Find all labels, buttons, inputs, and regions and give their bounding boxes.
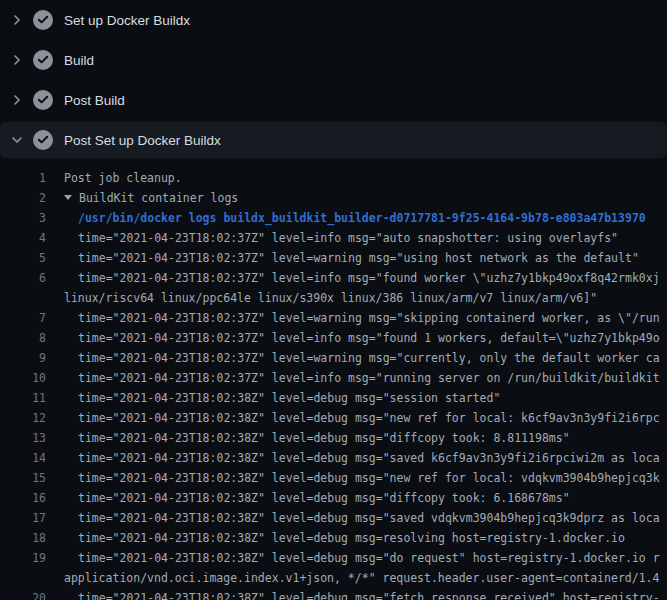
log-line-number[interactable]: 20	[0, 588, 46, 600]
log-line-number[interactable]: 19	[0, 548, 46, 568]
log-line-text: time="2021-04-23T18:02:38Z" level=debug …	[78, 408, 660, 428]
log-line: 12 time="2021-04-23T18:02:38Z" level=deb…	[0, 408, 667, 428]
log-line-text: time="2021-04-23T18:02:38Z" level=debug …	[78, 588, 660, 600]
log-line: 6 time="2021-04-23T18:02:37Z" level=info…	[0, 268, 667, 288]
check-circle-icon	[33, 130, 53, 150]
log-line: 14 time="2021-04-23T18:02:38Z" level=deb…	[0, 448, 667, 468]
log-line-number[interactable]: 7	[0, 308, 46, 328]
log-line: 7 time="2021-04-23T18:02:37Z" level=warn…	[0, 308, 667, 328]
log-line-text: time="2021-04-23T18:02:37Z" level=warnin…	[78, 248, 639, 268]
log-line-number[interactable]: 1	[0, 168, 46, 188]
check-circle-icon	[33, 10, 53, 30]
check-circle-icon	[33, 50, 53, 70]
log-group-header: 2 BuildKit container logs	[0, 188, 667, 208]
log-line: 8 time="2021-04-23T18:02:37Z" level=info…	[0, 328, 667, 348]
log-line-number[interactable]: 14	[0, 448, 46, 468]
log-line-text: time="2021-04-23T18:02:38Z" level=debug …	[78, 388, 500, 408]
log-line: 15 time="2021-04-23T18:02:38Z" level=deb…	[0, 468, 667, 488]
step-label: Set up Docker Buildx	[64, 13, 190, 28]
log-line-number[interactable]: 11	[0, 388, 46, 408]
log-line-text: time="2021-04-23T18:02:37Z" level=info m…	[78, 328, 660, 348]
log-area: 1 Post job cleanup. 2 BuildKit container…	[0, 158, 667, 600]
chevron-right-icon[interactable]	[9, 52, 25, 68]
log-line-text: time="2021-04-23T18:02:38Z" level=debug …	[78, 508, 660, 528]
step-row-post-set-up-docker-buildx[interactable]: Post Set up Docker Buildx	[0, 122, 667, 158]
log-line: 18 time="2021-04-23T18:02:38Z" level=deb…	[0, 528, 667, 548]
group-toggle-caret-icon[interactable]	[64, 195, 72, 200]
log-line-text: Post job cleanup.	[64, 168, 182, 188]
log-line-number[interactable]: 9	[0, 348, 46, 368]
log-line-text: time="2021-04-23T18:02:38Z" level=debug …	[78, 548, 660, 568]
chevron-right-icon[interactable]	[9, 12, 25, 28]
log-line: 10 time="2021-04-23T18:02:37Z" level=inf…	[0, 368, 667, 388]
step-label: Build	[64, 53, 94, 68]
log-line-number[interactable]: 3	[0, 208, 46, 228]
log-line: 4 time="2021-04-23T18:02:37Z" level=info…	[0, 228, 667, 248]
log-line-number[interactable]: 12	[0, 408, 46, 428]
log-line: 13 time="2021-04-23T18:02:38Z" level=deb…	[0, 428, 667, 448]
step-label: Post Set up Docker Buildx	[64, 133, 221, 148]
log-line-text: time="2021-04-23T18:02:37Z" level=warnin…	[78, 348, 660, 368]
log-line-text: time="2021-04-23T18:02:37Z" level=info m…	[78, 368, 660, 388]
step-label: Post Build	[64, 93, 125, 108]
step-row-set-up-docker-buildx[interactable]: Set up Docker Buildx	[0, 0, 667, 40]
log-line-number[interactable]: 17	[0, 508, 46, 528]
log-line-text: time="2021-04-23T18:02:38Z" level=debug …	[78, 528, 625, 548]
log-line-text: BuildKit container logs	[79, 188, 238, 208]
log-line-text: time="2021-04-23T18:02:37Z" level=warnin…	[78, 308, 660, 328]
log-line: 19 time="2021-04-23T18:02:38Z" level=deb…	[0, 548, 667, 568]
log-line-text: time="2021-04-23T18:02:37Z" level=info m…	[78, 228, 618, 248]
log-line-number	[0, 288, 46, 308]
job-steps-panel: Set up Docker Buildx Build Post Build Po…	[0, 0, 667, 600]
log-line-number[interactable]: 16	[0, 488, 46, 508]
log-line: application/vnd.oci.image.index.v1+json,…	[0, 568, 667, 588]
log-line-text: time="2021-04-23T18:02:38Z" level=debug …	[78, 468, 660, 488]
log-line-number[interactable]: 18	[0, 528, 46, 548]
log-line: 1 Post job cleanup.	[0, 168, 667, 188]
log-line-text: time="2021-04-23T18:02:38Z" level=debug …	[78, 488, 570, 508]
log-line-number[interactable]: 10	[0, 368, 46, 388]
log-line: 17 time="2021-04-23T18:02:38Z" level=deb…	[0, 508, 667, 528]
log-line-text: linux/riscv64 linux/ppc64le linux/s390x …	[64, 288, 597, 308]
log-line-number[interactable]: 6	[0, 268, 46, 288]
log-line-number[interactable]: 8	[0, 328, 46, 348]
log-line-number[interactable]: 5	[0, 248, 46, 268]
log-line-number[interactable]: 15	[0, 468, 46, 488]
log-line-number[interactable]: 2	[0, 188, 46, 208]
log-line-text: time="2021-04-23T18:02:37Z" level=info m…	[78, 268, 660, 288]
log-line-text: application/vnd.oci.image.index.v1+json,…	[64, 568, 659, 588]
log-line: linux/riscv64 linux/ppc64le linux/s390x …	[0, 288, 667, 308]
steps-list: Set up Docker Buildx Build Post Build Po…	[0, 0, 667, 158]
log-line: 3 /usr/bin/docker logs buildx_buildkit_b…	[0, 208, 667, 228]
log-line-number[interactable]: 4	[0, 228, 46, 248]
log-line: 20 time="2021-04-23T18:02:38Z" level=deb…	[0, 588, 667, 600]
log-line-text: time="2021-04-23T18:02:38Z" level=debug …	[78, 448, 660, 468]
log-line-text: /usr/bin/docker logs buildx_buildkit_bui…	[78, 208, 646, 228]
log-line-text: time="2021-04-23T18:02:38Z" level=debug …	[78, 428, 570, 448]
check-circle-icon	[33, 90, 53, 110]
step-row-post-build[interactable]: Post Build	[0, 80, 667, 120]
chevron-down-icon[interactable]	[9, 132, 25, 148]
log-line-number	[0, 568, 46, 588]
log-line: 11 time="2021-04-23T18:02:38Z" level=deb…	[0, 388, 667, 408]
log-line-number[interactable]: 13	[0, 428, 46, 448]
log-line: 16 time="2021-04-23T18:02:38Z" level=deb…	[0, 488, 667, 508]
log-line: 5 time="2021-04-23T18:02:37Z" level=warn…	[0, 248, 667, 268]
step-row-build[interactable]: Build	[0, 40, 667, 80]
log-line: 9 time="2021-04-23T18:02:37Z" level=warn…	[0, 348, 667, 368]
chevron-right-icon[interactable]	[9, 92, 25, 108]
